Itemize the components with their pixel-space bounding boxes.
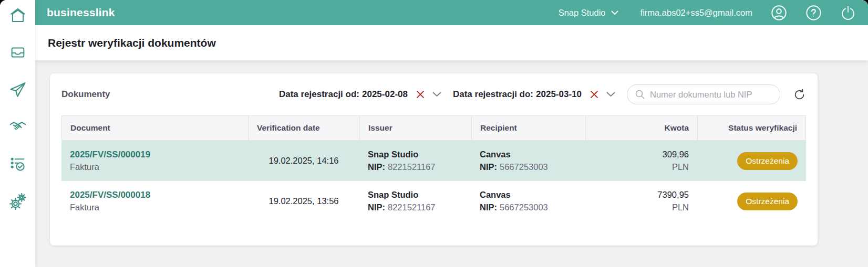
search-box xyxy=(627,84,780,104)
sidebar-item-home[interactable] xyxy=(7,5,28,26)
issuer-name: Snap Studio xyxy=(368,149,463,159)
user-email: firma.abs02+ss5@gmail.com xyxy=(640,8,752,18)
document-type: Faktura xyxy=(70,202,240,212)
date-to-dropdown-button[interactable] xyxy=(606,92,615,97)
recipient-name: Canvas xyxy=(480,149,577,159)
sidebar-item-send[interactable] xyxy=(7,79,28,100)
panel-title: Dokumenty xyxy=(61,89,110,100)
currency: PLN xyxy=(672,202,689,212)
documents-table: Document Verification date Issuer Recipi… xyxy=(61,115,806,221)
date-to-label: Data rejestracji do:2025-03-10 xyxy=(453,89,582,100)
clear-icon xyxy=(590,90,599,99)
user-icon xyxy=(771,5,787,21)
column-header-issuer: Issuer xyxy=(360,116,472,140)
column-header-verification-date: Verification date xyxy=(249,116,360,140)
settings-icon xyxy=(8,192,27,211)
currency: PLN xyxy=(672,162,689,172)
recipient-nip: NIP:5667253003 xyxy=(480,202,577,212)
date-from-label: Data rejestracji od:2025-02-08 xyxy=(279,89,408,100)
recipient-cell: Canvas NIP:5667253003 xyxy=(471,141,585,181)
date-from-clear-button[interactable] xyxy=(416,90,425,99)
clear-icon xyxy=(416,90,425,99)
document-cell: 2025/FV/SS/000019 Faktura xyxy=(61,141,248,181)
amount-value: 7390,95 xyxy=(657,190,689,200)
issuer-nip: NIP:8221521167 xyxy=(368,162,463,172)
inbox-icon xyxy=(9,44,27,61)
status-cell: Ostrzeżenia xyxy=(697,181,806,221)
chevron-down-icon xyxy=(606,92,615,97)
issuer-nip: NIP:8221521167 xyxy=(368,202,463,212)
chevron-down-icon xyxy=(611,10,618,15)
account-button[interactable] xyxy=(770,4,787,21)
recipient-nip: NIP:5667253003 xyxy=(480,162,577,172)
search-input[interactable] xyxy=(650,90,772,100)
date-from-value: 2025-02-08 xyxy=(362,89,408,99)
status-badge: Ostrzeżenia xyxy=(737,152,798,170)
date-to-clear-button[interactable] xyxy=(590,90,599,99)
filter-bar: Dokumenty Data rejestracji od:2025-02-08… xyxy=(61,73,806,115)
issuer-name: Snap Studio xyxy=(368,190,463,200)
power-icon xyxy=(840,5,856,20)
issuer-cell: Snap Studio NIP:8221521167 xyxy=(359,181,471,221)
help-button[interactable] xyxy=(805,4,822,21)
issuer-cell: Snap Studio NIP:8221521167 xyxy=(359,141,471,181)
verification-date-cell: 19.02.2025, 14:16 xyxy=(248,141,359,181)
table-row[interactable]: 2025/FV/SS/000018 Faktura 19.02.2025, 13… xyxy=(61,181,806,221)
logout-button[interactable] xyxy=(840,4,856,21)
recipient-cell: Canvas NIP:5667253003 xyxy=(471,181,585,221)
refresh-icon xyxy=(793,88,806,101)
sidebar-item-inbox[interactable] xyxy=(7,42,28,63)
date-from-dropdown-button[interactable] xyxy=(432,92,441,97)
company-selector-label: Snap Studio xyxy=(559,8,606,18)
verification-date-cell: 19.02.2025, 13:56 xyxy=(248,181,359,221)
table-header: Document Verification date Issuer Recipi… xyxy=(61,115,806,141)
topbar-right: Snap Studio firma.abs02+ss5@gmail.com xyxy=(559,4,856,21)
app-logo: businesslink xyxy=(47,6,115,19)
table-row[interactable]: 2025/FV/SS/000019 Faktura 19.02.2025, 14… xyxy=(61,141,806,181)
documents-card: Dokumenty Data rejestracji od:2025-02-08… xyxy=(50,73,818,245)
document-number-link[interactable]: 2025/FV/SS/000018 xyxy=(70,190,240,200)
amount-value: 309,96 xyxy=(663,149,689,159)
status-cell: Ostrzeżenia xyxy=(697,141,806,181)
document-cell: 2025/FV/SS/000018 Faktura xyxy=(61,181,248,221)
search-icon xyxy=(635,89,645,100)
column-header-document: Document xyxy=(62,116,249,140)
date-to-filter[interactable]: Data rejestracji do:2025-03-10 xyxy=(453,89,615,100)
app-window: businesslink Snap Studio firma.abs02+ss5… xyxy=(0,0,868,267)
checklist-icon xyxy=(8,155,27,174)
refresh-button[interactable] xyxy=(793,88,806,101)
chevron-down-icon xyxy=(432,92,441,97)
send-icon xyxy=(8,80,27,99)
column-header-amount: Kwota xyxy=(586,116,698,140)
recipient-name: Canvas xyxy=(480,190,577,200)
sidebar-item-settings[interactable] xyxy=(7,191,28,212)
page-title: Rejestr weryfikacji dokumentów xyxy=(48,37,216,49)
date-to-value: 2025-03-10 xyxy=(536,89,582,99)
title-band: Rejestr weryfikacji dokumentów xyxy=(35,25,868,60)
document-type: Faktura xyxy=(70,162,240,172)
sidebar xyxy=(0,0,35,267)
amount-cell: 309,96 PLN xyxy=(585,141,697,181)
home-icon xyxy=(8,6,27,25)
content-area: Dokumenty Data rejestracji od:2025-02-08… xyxy=(35,60,868,267)
column-header-status: Status weryfikacji xyxy=(698,116,805,140)
document-number-link[interactable]: 2025/FV/SS/000019 xyxy=(70,149,240,160)
sidebar-item-contractors[interactable] xyxy=(7,116,28,137)
status-badge: Ostrzeżenia xyxy=(737,193,798,210)
column-header-recipient: Recipient xyxy=(472,116,586,140)
handshake-icon xyxy=(8,118,27,136)
topbar: businesslink Snap Studio firma.abs02+ss5… xyxy=(35,0,868,25)
help-icon xyxy=(805,5,822,21)
sidebar-item-verification[interactable] xyxy=(7,154,28,175)
date-from-filter[interactable]: Data rejestracji od:2025-02-08 xyxy=(279,89,441,100)
amount-cell: 7390,95 PLN xyxy=(585,181,697,221)
company-selector[interactable]: Snap Studio xyxy=(559,8,618,18)
